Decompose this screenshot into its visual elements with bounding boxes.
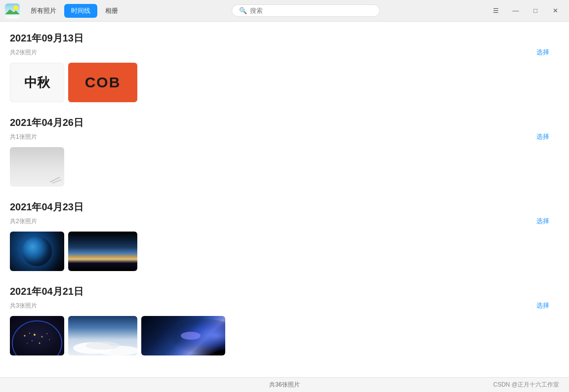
date-subheader-1: 共1张照片 选择 [10, 132, 554, 141]
search-bar: 🔍 [125, 4, 486, 17]
minimize-button[interactable]: — [506, 3, 526, 19]
photos-grid-0: 中秋 COB [10, 63, 554, 102]
svg-point-6 [24, 335, 26, 337]
city-lights-svg [10, 316, 64, 355]
svg-point-7 [29, 333, 30, 334]
date-subheader-2: 共2张照片 选择 [10, 217, 554, 226]
photo-count-2: 共2张照片 [10, 217, 37, 226]
search-icon: 🔍 [239, 7, 247, 14]
photos-grid-1 [10, 147, 554, 187]
photo-clouds[interactable] [68, 316, 137, 355]
date-title-2: 2021年04月23日 [10, 200, 554, 214]
svg-point-20 [181, 332, 201, 340]
date-title-1: 2021年04月26日 [10, 116, 554, 129]
photo-city-lights[interactable] [10, 316, 64, 355]
svg-rect-0 [5, 3, 20, 18]
close-button[interactable]: ✕ [545, 3, 565, 19]
zhongqiu-text: 中秋 [24, 74, 50, 91]
date-section-2: 2021年04月23日 共2张照片 选择 [10, 200, 554, 271]
earth-globe [22, 236, 52, 266]
svg-point-2 [13, 5, 18, 10]
clouds-svg [68, 316, 137, 355]
svg-point-12 [39, 343, 41, 344]
photo-zhongqiu[interactable]: 中秋 [10, 63, 64, 102]
svg-point-10 [46, 333, 47, 334]
select-link-3[interactable]: 选择 [536, 301, 554, 310]
tab-album[interactable]: 相册 [98, 4, 125, 18]
svg-point-5 [12, 321, 62, 355]
window-controls: ☰ — □ ✕ [486, 3, 569, 19]
search-input[interactable] [250, 7, 359, 14]
titlebar: 所有照片 时间线 相册 🔍 ☰ — □ ✕ [0, 0, 569, 22]
tab-timeline[interactable]: 时间线 [64, 4, 97, 18]
menu-button[interactable]: ☰ [486, 3, 506, 19]
svg-point-11 [32, 340, 33, 341]
photo-earth[interactable] [10, 232, 64, 271]
statusbar: 共36张照片 CSDN @正月十六工作室 [0, 377, 569, 392]
nav-tabs: 所有照片 时间线 相册 [24, 4, 125, 18]
photo-cob[interactable]: COB [68, 63, 137, 102]
date-title-0: 2021年09月13日 [10, 32, 554, 45]
search-input-wrap: 🔍 [232, 4, 380, 17]
photo-small-grey[interactable] [10, 147, 64, 187]
photo-count-0: 共2张照片 [10, 48, 37, 57]
photo-space-glow[interactable] [141, 316, 225, 355]
svg-point-18 [85, 342, 120, 350]
main-content: 2021年09月13日 共2张照片 选择 中秋 COB 2021年04月26日 … [0, 22, 569, 377]
svg-point-13 [27, 343, 28, 344]
titlebar-left: 所有照片 时间线 相册 [0, 3, 125, 18]
photo-horizon[interactable] [68, 232, 137, 271]
photo-count-3: 共3张照片 [10, 302, 37, 310]
maximize-button[interactable]: □ [526, 3, 545, 19]
photo-count-1: 共1张照片 [10, 133, 37, 141]
app-icon [5, 3, 20, 18]
date-subheader-0: 共2张照片 选择 [10, 48, 554, 57]
select-link-1[interactable]: 选择 [536, 132, 554, 141]
date-section-0: 2021年09月13日 共2张照片 选择 中秋 COB [10, 32, 554, 102]
date-title-3: 2021年04月21日 [10, 285, 554, 298]
svg-line-3 [50, 177, 60, 182]
date-subheader-3: 共3张照片 选择 [10, 301, 554, 310]
svg-point-9 [41, 336, 43, 338]
select-link-0[interactable]: 选择 [536, 48, 554, 57]
status-total: 共36张照片 [269, 381, 299, 389]
cob-text: COB [85, 74, 121, 91]
watermark: CSDN @正月十六工作室 [493, 381, 559, 389]
photos-grid-2 [10, 232, 554, 271]
tab-all-photos[interactable]: 所有照片 [24, 4, 63, 18]
svg-point-14 [49, 339, 50, 340]
small-grey-decoration [47, 175, 62, 185]
space-glow-svg [141, 316, 225, 355]
date-section-1: 2021年04月26日 共1张照片 选择 [10, 116, 554, 187]
photos-grid-3 [10, 316, 554, 355]
svg-point-8 [34, 334, 36, 336]
date-section-3: 2021年04月21日 共3张照片 选择 [10, 285, 554, 355]
select-link-2[interactable]: 选择 [536, 217, 554, 226]
